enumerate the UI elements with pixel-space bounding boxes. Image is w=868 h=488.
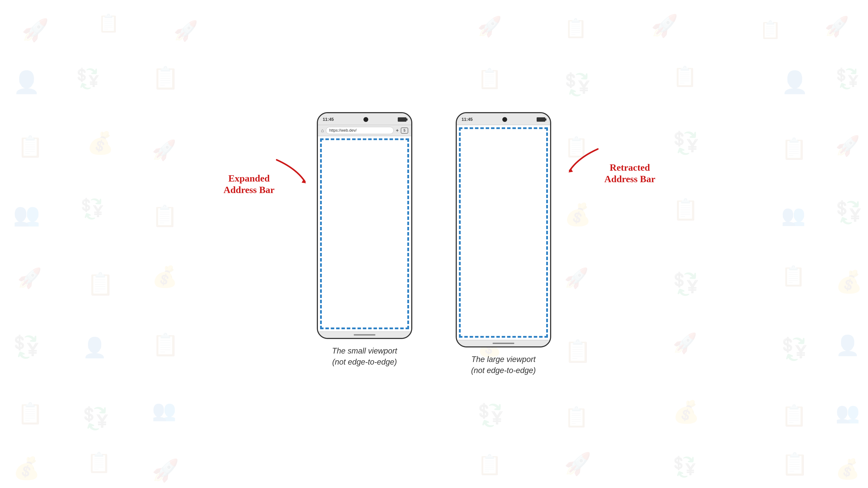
home-indicator-retracted [457,340,550,346]
annotation-expanded-text: Expanded Address Bar [223,173,275,196]
phone-expanded-wrapper: Expanded Address Bar 11:45 ⌂ https://web… [317,112,412,367]
annotation-retracted-text: Retracted Address Bar [604,162,655,185]
new-tab-icon: + [396,128,399,133]
time-expanded: 11:45 [323,117,334,122]
time-retracted: 11:45 [462,117,473,122]
phone-screen-retracted [457,125,550,340]
camera-dot-retracted [502,117,507,122]
arrow-retracted [561,145,604,180]
home-bar-expanded [354,334,375,335]
home-indicator-expanded [318,331,411,338]
battery-icon-retracted [537,117,545,122]
url-input: https://web.dev/ [326,127,394,134]
tabs-button: 5 [401,128,408,134]
phones-row: Expanded Address Bar 11:45 ⌂ https://web… [317,112,551,376]
battery-icon-expanded [398,117,406,122]
home-bar-retracted [493,343,514,344]
status-bar-expanded: 11:45 [318,113,411,125]
phone-screen-expanded [318,136,411,331]
arrow-expanded [270,156,314,190]
phone-retracted-wrapper: Retracted Address Bar 11:45 [456,112,551,376]
address-bar: ⌂ https://web.dev/ + 5 [318,125,411,136]
camera-dot-expanded [364,117,368,122]
phone-retracted: 11:45 [456,112,551,348]
phone-expanded-label: The small viewport (not edge-to-edge) [332,346,397,367]
status-bar-retracted: 11:45 [457,113,550,125]
main-content: Expanded Address Bar 11:45 ⌂ https://web… [0,0,868,488]
battery-expanded [398,117,406,122]
viewport-dashed-expanded [320,138,409,329]
home-button-icon: ⌂ [321,128,324,133]
annotation-expanded: Expanded Address Bar [223,173,275,196]
phone-expanded: 11:45 ⌂ https://web.dev/ + 5 [317,112,412,339]
battery-retracted [537,117,545,122]
phone-retracted-label: The large viewport (not edge-to-edge) [471,354,536,376]
annotation-retracted: Retracted Address Bar [604,162,655,185]
viewport-dashed-retracted [459,127,548,338]
